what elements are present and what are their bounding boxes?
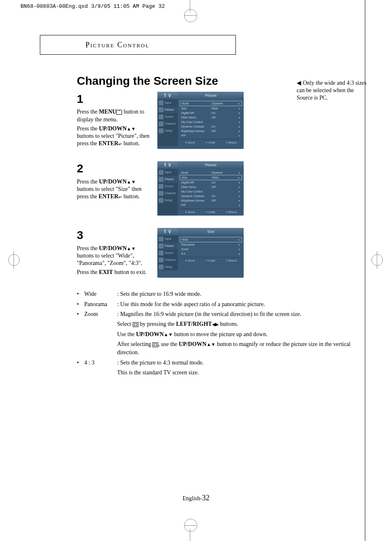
osd-row-value: : Off	[210, 199, 239, 202]
osd-main-list: Mode: Dynamic▸Size: Wide▸Digital NR: On▸…	[178, 169, 244, 216]
osd-title: Picture	[178, 92, 244, 99]
osd-side-item: Picture	[157, 242, 178, 249]
definition-desc: After selecting , use the UP/DOWN▲▼ butt…	[117, 340, 352, 357]
osd-side-label: Input	[165, 237, 171, 240]
osd-row-value: : Wide	[210, 107, 239, 110]
osd-footer-hint: ↵ Enter	[205, 259, 216, 262]
chevron-right-icon: ▸	[239, 116, 240, 119]
osd-row: Mode: Dynamic▸	[180, 170, 242, 175]
chevron-right-icon: ▸	[239, 252, 240, 255]
page-footer: English-32	[0, 494, 392, 502]
osd-row: My Color Control▸	[180, 120, 242, 124]
chevron-right-icon: ▸	[239, 248, 240, 251]
osd-side-item: Setup	[157, 263, 178, 270]
content-area: Picture Control Changing the Screen Size…	[40, 35, 352, 378]
osd-side-item: Channel	[157, 256, 178, 263]
step-row: 3Press the UP/DOWN▲▼ buttons to select "…	[77, 228, 352, 278]
osd-side-item: Sound	[157, 249, 178, 256]
osd-footer-hint: ≡ Return	[226, 141, 237, 144]
osd-row-label: PIP	[181, 134, 210, 137]
osd-side-icon	[159, 198, 164, 203]
chevron-right-icon: ▸	[239, 181, 240, 184]
chevron-right-icon: ▸	[239, 130, 240, 133]
osd-screenshot: T VPictureInputPictureSoundChannelSetupM…	[157, 92, 244, 149]
osd-side-icon	[159, 251, 164, 255]
definition-desc: : Sets the picture to 16:9 wide mode.	[117, 290, 352, 298]
osd-row: Dynamic Contrast: On▸	[180, 194, 242, 198]
osd-side-item: Picture	[157, 176, 178, 183]
osd-side-icon	[159, 191, 164, 196]
osd-footer-hint: ≡ Return	[226, 259, 237, 262]
osd-row-label: My Color Control	[181, 190, 210, 193]
side-note: ◀Only the wide and 4:3 sizes can be sele…	[297, 79, 369, 102]
osd-row: 4:3▸	[180, 251, 242, 256]
osd-row-label: Panorama	[181, 243, 210, 246]
bullet-icon: •	[77, 290, 84, 298]
up-down-arrows-icon: ▲▼	[127, 246, 136, 251]
osd-side-item: Input	[157, 169, 178, 176]
definition-term	[84, 369, 117, 377]
osd-row: PIP▸	[180, 133, 242, 138]
chevron-right-icon: ▸	[239, 195, 240, 198]
bullet-icon	[77, 369, 84, 377]
chevron-right-icon: ▸	[238, 238, 240, 241]
osd-side-icon	[159, 265, 164, 269]
osd-side-label: Input	[165, 101, 171, 104]
crop-mark-icon	[371, 254, 384, 267]
osd-side-icon	[159, 107, 164, 112]
osd-side-label: Setup	[165, 199, 172, 202]
definition-row: Select by pressing the LEFT/RIGHT◀▶ butt…	[77, 320, 352, 328]
osd-side-menu: InputPictureSoundChannelSetup	[157, 169, 178, 216]
chevron-right-icon: ▸	[239, 134, 240, 137]
osd-side-icon	[159, 184, 164, 189]
page: BN68-00883A-00Eng.qxd 3/9/05 11:05 AM Pa…	[0, 0, 392, 541]
osd-row: DNIe Demo: Off▸	[180, 185, 242, 189]
osd-side-icon	[159, 170, 164, 175]
menu-icon: ≡	[116, 110, 122, 115]
chevron-right-icon: ▸	[239, 107, 240, 110]
bullet-icon	[77, 330, 84, 339]
osd-row-label: Wide	[182, 238, 210, 241]
osd-row-value: : On	[210, 181, 239, 184]
definition-row: This is the standard TV screen size.	[77, 369, 352, 377]
osd-row-value: : Off	[210, 130, 239, 132]
step-text: 1Press the MENU≡ button to display the m…	[77, 92, 150, 149]
step-text: 3Press the UP/DOWN▲▼ buttons to select "…	[77, 228, 150, 278]
osd-side-label: Input	[165, 171, 171, 174]
osd-row-value: : On	[210, 125, 239, 128]
chevron-right-icon: ▸	[239, 243, 240, 246]
definition-term: 4 : 3	[84, 359, 117, 367]
osd-side-item: Sound	[157, 113, 178, 120]
osd-side-item: Setup	[157, 197, 178, 204]
chevron-right-icon: ▸	[239, 121, 240, 124]
up-down-arrows-icon: ▲▼	[127, 126, 136, 131]
osd-row-value: : Off	[210, 116, 239, 119]
osd-side-icon	[159, 177, 164, 182]
osd-row-label: Dynamic Contrast	[181, 125, 210, 128]
osd-row-label: Size	[181, 107, 210, 110]
section-header: Picture Control	[40, 35, 236, 55]
definition-desc: : Sets the picture to 4:3 normal mode.	[117, 359, 352, 367]
body: Changing the Screen Size ◀Only the wide …	[77, 74, 352, 377]
bullet-icon: •	[77, 359, 84, 367]
step-number: 3	[77, 228, 150, 243]
up-down-arrows-icon: ▲▼	[164, 332, 173, 337]
osd-row: Brightness Sensor: Off▸	[180, 129, 242, 133]
osd-side-menu: InputPictureSoundChannelSetup	[157, 99, 178, 146]
osd-footer-hint: ↵ Enter	[205, 141, 216, 144]
osd-side-menu: InputPictureSoundChannelSetup	[157, 235, 178, 270]
definition-desc: : Use this mode for the wide aspect rati…	[117, 300, 352, 309]
osd-row-label: Mode	[181, 171, 210, 174]
osd-side-label: Picture	[165, 178, 174, 181]
osd-footer: ✦ Move↵ Enter≡ Return	[180, 257, 242, 264]
osd-side-label: Setup	[165, 265, 172, 268]
osd-side-item: Picture	[157, 106, 178, 113]
definition-term: Zoom	[84, 310, 117, 318]
osd-side-label: Setup	[165, 129, 172, 132]
step-paragraph: Press the UP/DOWN▲▼ buttons to select "P…	[77, 125, 150, 148]
side-note-text: Only the wide and 4:3 sizes can be selec…	[297, 80, 367, 101]
osd-row-label: Mode	[182, 102, 210, 105]
osd-tv-label: T V	[157, 92, 178, 99]
chevron-right-icon: ▸	[238, 102, 240, 105]
step-number: 1	[77, 92, 150, 107]
